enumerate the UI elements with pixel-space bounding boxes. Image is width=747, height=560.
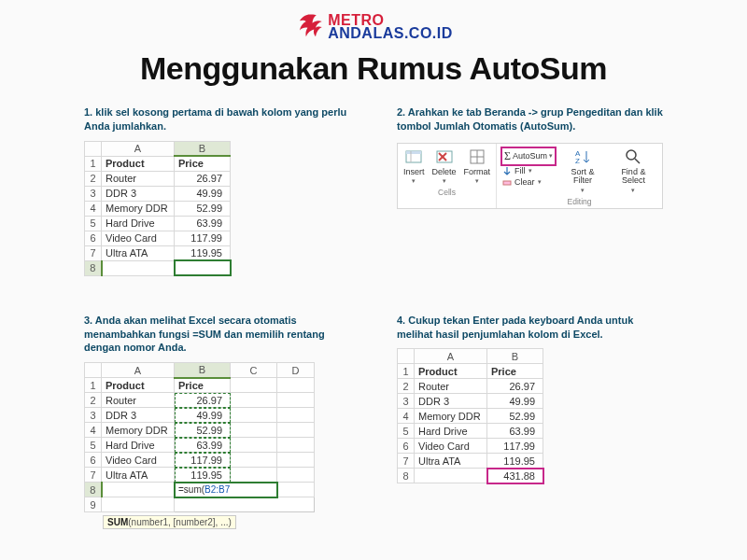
sort-filter-button[interactable]: AZ Sort & Filter▾ (562, 147, 603, 194)
steps-grid: 1. klik sel kosong pertama di bawah kolo… (0, 87, 747, 529)
logo-text-2: ANDALAS.CO.ID (328, 27, 453, 40)
step-3: 3. Anda akan melihat Excel secara otomat… (84, 314, 350, 530)
format-button[interactable]: Format▾ (464, 147, 491, 185)
fill-button[interactable]: Fill ▾ (502, 166, 555, 175)
format-cells-icon (468, 147, 486, 166)
selected-empty-cell (175, 260, 231, 275)
step-2-caption: 2. Arahkan ke tab Beranda -> grup Penged… (397, 105, 663, 133)
clear-icon (502, 177, 512, 187)
insert-cells-icon (404, 147, 423, 166)
find-icon (624, 147, 642, 166)
site-logo: METRO ANDALAS.CO.ID (0, 0, 747, 47)
step-4: 4. Cukup tekan Enter pada keyboard Anda … (397, 314, 663, 530)
step-2: 2. Arahkan ke tab Beranda -> grup Penged… (397, 105, 663, 276)
eagle-icon (294, 11, 326, 43)
step-1-caption: 1. klik sel kosong pertama di bawah kolo… (84, 105, 350, 133)
sheet-step-3: ABCD 1ProductPrice 2Router26.97 3DDR 349… (84, 362, 315, 512)
autosum-button[interactable]: Σ AutoSum ▾ (502, 148, 555, 164)
svg-point-10 (627, 150, 636, 160)
fill-icon (502, 166, 512, 175)
svg-line-11 (635, 159, 640, 163)
find-select-button[interactable]: Find & Select▾ (611, 147, 656, 194)
formula-tooltip: SUM(number1, [number2], ...) (103, 515, 236, 529)
sort-icon: AZ (573, 147, 592, 166)
clear-button[interactable]: Clear ▾ (502, 177, 555, 187)
formula-cell: =sum(B2:B7 (175, 483, 277, 497)
excel-ribbon: Insert▾ Delete▾ Format▾ Cells (397, 143, 663, 209)
cells-group-label: Cells (438, 188, 456, 197)
svg-rect-1 (406, 151, 421, 154)
sheet-step-1: AB 1ProductPrice 2Router26.97 3DDR 349.9… (84, 141, 231, 276)
svg-text:Z: Z (575, 157, 580, 165)
delete-button[interactable]: Delete▾ (432, 147, 457, 185)
step-1: 1. klik sel kosong pertama di bawah kolo… (84, 105, 350, 276)
editing-group-label: Editing (568, 197, 592, 206)
result-cell: 431.88 (487, 469, 543, 483)
page-title: Menggunakan Rumus AutoSum (0, 50, 747, 87)
delete-cells-icon (435, 147, 454, 166)
svg-rect-7 (503, 181, 511, 185)
insert-button[interactable]: Insert▾ (403, 147, 425, 185)
step-4-caption: 4. Cukup tekan Enter pada keyboard Anda … (397, 314, 663, 342)
sheet-step-4: AB 1ProductPrice 2Router26.97 3DDR 349.9… (397, 348, 543, 483)
step-3-caption: 3. Anda akan melihat Excel secara otomat… (84, 314, 350, 356)
sigma-icon: Σ (504, 149, 511, 163)
